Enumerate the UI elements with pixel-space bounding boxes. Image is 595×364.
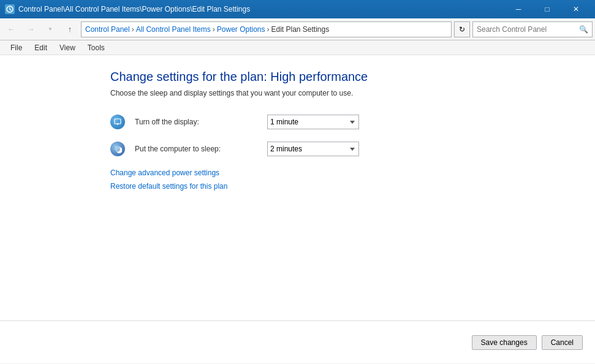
display-setting-select[interactable]: 1 minute 2 minutes 5 minutes 10 minutes … xyxy=(267,115,359,129)
links-section: Change advanced power settings Restore d… xyxy=(110,169,570,191)
sleep-setting-label: Put the computer to sleep: xyxy=(135,145,257,153)
page-subtitle: Choose the sleep and display settings th… xyxy=(110,89,570,97)
recent-pages-button[interactable]: ▼ xyxy=(42,21,59,38)
search-input[interactable] xyxy=(477,25,579,34)
sleep-icon xyxy=(110,142,125,156)
menu-edit[interactable]: Edit xyxy=(29,42,53,54)
breadcrumb-current: Edit Plan Settings xyxy=(271,25,329,34)
page-title: Change settings for the plan: High perfo… xyxy=(110,70,570,84)
forward-button[interactable]: → xyxy=(22,21,39,38)
search-box[interactable]: 🔍 xyxy=(472,21,593,37)
main-content: Change settings for the plan: High perfo… xyxy=(0,55,595,363)
search-icon[interactable]: 🔍 xyxy=(579,25,588,34)
app-icon xyxy=(5,4,15,14)
bottom-buttons-area: Save changes Cancel xyxy=(0,320,595,363)
up-button[interactable]: ↑ xyxy=(61,21,78,38)
display-icon xyxy=(110,115,125,129)
advanced-settings-link[interactable]: Change advanced power settings xyxy=(110,169,570,177)
address-bar[interactable]: Control Panel › All Control Panel Items … xyxy=(81,21,452,37)
breadcrumb-control-panel[interactable]: Control Panel xyxy=(85,25,130,34)
menu-view[interactable]: View xyxy=(54,42,81,54)
refresh-button[interactable]: ↻ xyxy=(454,21,470,37)
title-bar: Control Panel\All Control Panel Items\Po… xyxy=(0,0,595,18)
minimize-button[interactable]: ─ xyxy=(504,0,532,18)
maximize-button[interactable]: □ xyxy=(533,0,561,18)
close-button[interactable]: ✕ xyxy=(562,0,590,18)
sleep-setting-select[interactable]: 1 minute 2 minutes 3 minutes 5 minutes 1… xyxy=(267,142,359,156)
menu-bar: File Edit View Tools xyxy=(0,40,595,55)
sleep-setting-row: Put the computer to sleep: 1 minute 2 mi… xyxy=(110,142,570,156)
restore-defaults-link[interactable]: Restore default settings for this plan xyxy=(110,182,570,191)
save-changes-button[interactable]: Save changes xyxy=(472,335,537,350)
cancel-button[interactable]: Cancel xyxy=(542,335,583,350)
svg-rect-1 xyxy=(115,119,121,124)
breadcrumb-all-items[interactable]: All Control Panel Items xyxy=(136,25,211,34)
address-bar-area: ← → ▼ ↑ Control Panel › All Control Pane… xyxy=(0,18,595,40)
menu-file[interactable]: File xyxy=(5,42,28,54)
back-button[interactable]: ← xyxy=(2,21,20,38)
window-title: Control Panel\All Control Panel Items\Po… xyxy=(18,5,504,13)
window-controls: ─ □ ✕ xyxy=(504,0,590,18)
display-setting-label: Turn off the display: xyxy=(135,118,257,126)
menu-tools[interactable]: Tools xyxy=(82,42,110,54)
display-setting-row: Turn off the display: 1 minute 2 minutes… xyxy=(110,115,570,129)
breadcrumb-power-options[interactable]: Power Options xyxy=(217,25,265,34)
